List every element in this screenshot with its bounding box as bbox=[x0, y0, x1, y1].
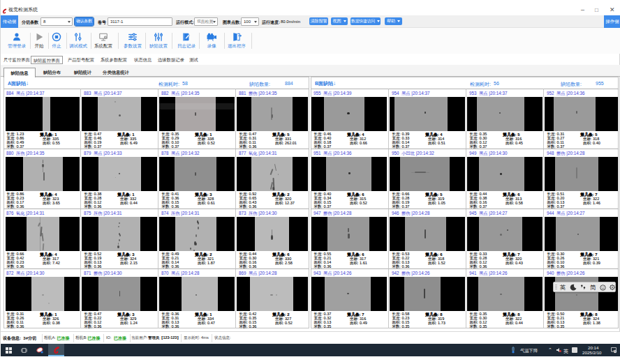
svg-text:6: 6 bbox=[614, 350, 616, 353]
